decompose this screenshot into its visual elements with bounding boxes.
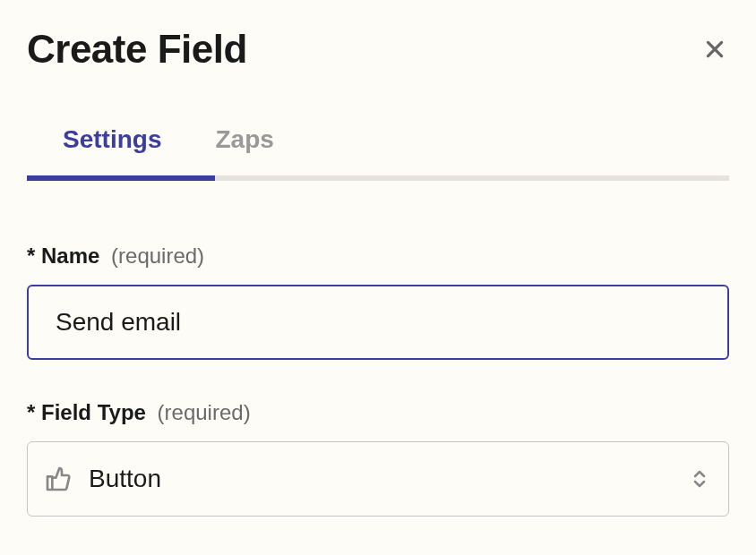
tab-settings[interactable]: Settings [63,125,161,175]
chevrons-up-down-icon [691,468,712,490]
tab-underline [27,175,729,181]
tabs: Settings Zaps [27,125,729,175]
name-label: * Name (required) [27,243,729,269]
close-icon [703,38,726,61]
field-type-value: Button [89,465,691,493]
name-input[interactable] [27,285,729,360]
tab-underline-active [27,175,215,181]
field-type-label: * Field Type (required) [27,400,729,425]
thumbs-up-icon [44,465,73,493]
field-type-select[interactable]: Button [27,441,729,517]
tab-zaps[interactable]: Zaps [215,125,273,175]
page-title: Create Field [27,27,247,72]
close-button[interactable] [700,35,729,64]
